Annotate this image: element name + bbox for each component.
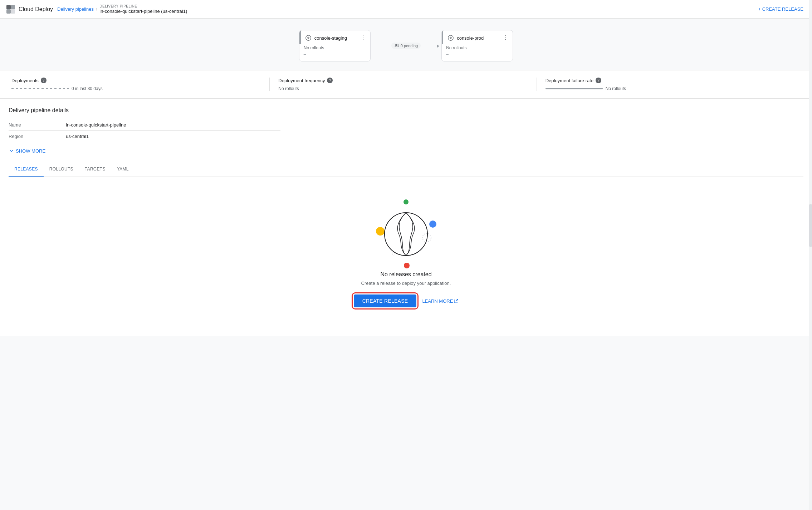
svg-point-14 [385,213,427,256]
breadcrumb-pipeline-name: in-console-quickstart-pipeline (us-centr… [99,9,187,15]
stage-body-staging: No rollouts – [299,44,370,61]
cloud-deploy-logo-icon [6,4,16,14]
pipeline-visualization-area: console-staging ⋮ No rollouts – [0,19,812,70]
deployments-help-icon[interactable]: ? [41,78,47,83]
svg-rect-1 [11,5,15,9]
stage-rollouts-prod: No rollouts [446,45,508,50]
details-section-title: Delivery pipeline details [9,107,803,114]
stage-card-console-staging: console-staging ⋮ No rollouts – [299,30,371,61]
breadcrumb: Delivery pipelines › DELIVERY PIPELINE i… [57,4,187,15]
stage-header-staging: console-staging ⋮ [299,30,370,44]
frequency-help-icon[interactable]: ? [327,78,333,83]
stat-frequency-label: Deployment frequency ? [278,78,528,83]
stat-deployments-label: Deployments ? [11,78,261,83]
stage-name-staging: console-staging [314,35,357,41]
stats-bar: Deployments ? 0 in last 30 days Deployme… [0,70,812,99]
show-more-button[interactable]: SHOW MORE [9,145,45,157]
stage-body-prod: No rollouts – [442,44,513,61]
tab-rollouts[interactable]: ROLLOUTS [44,162,79,177]
stat-failure-label: Deployment failure rate ? [546,78,795,83]
pending-count: 0 pending [401,44,418,48]
svg-point-7 [448,35,453,40]
svg-rect-0 [6,5,11,9]
tab-yaml[interactable]: YAML [111,162,134,177]
details-row-region: Region us-central1 [9,131,280,142]
stat-deployments-value: 0 in last 30 days [11,86,261,91]
failure-help-icon[interactable]: ? [596,78,601,83]
scrollbar-thumb[interactable] [809,204,812,247]
failure-bar-track [546,88,603,89]
pipeline-details-section: Delivery pipeline details Name in-consol… [9,107,803,157]
svg-rect-3 [11,9,15,14]
tabs-bar: RELEASES ROLLOUTS TARGETS YAML [9,162,803,177]
scrollbar-track[interactable] [809,0,812,336]
stage-icon-prod [447,35,454,41]
stage-dash-staging: – [304,52,366,57]
empty-state-title: No releases created [380,271,431,278]
app-name: Cloud Deploy [19,6,53,13]
breadcrumb-delivery-pipelines[interactable]: Delivery pipelines [57,6,94,12]
empty-state-actions: CREATE RELEASE LEARN MORE [354,294,459,307]
stat-frequency: Deployment frequency ? No rollouts [270,78,537,91]
failure-bar-fill [546,88,603,89]
stage-menu-staging[interactable]: ⋮ [360,35,366,41]
stage-menu-prod[interactable]: ⋮ [503,35,508,41]
pipeline-flow: console-staging ⋮ No rollouts – [14,30,798,61]
stat-failure-rate: Deployment failure rate ? No rollouts [537,78,803,91]
app-header: Cloud Deploy Delivery pipelines › DELIVE… [0,0,812,19]
details-value-name: in-console-quickstart-pipeline [66,119,280,131]
stage-card-console-prod: console-prod ⋮ No rollouts – [441,30,513,61]
create-release-header-button[interactable]: + CREATE RELEASE [755,4,806,14]
details-key-name: Name [9,119,66,131]
breadcrumb-type-label: DELIVERY PIPELINE [99,4,187,9]
tab-releases[interactable]: RELEASES [9,162,44,177]
svg-point-9 [429,221,436,228]
stage-header-prod: console-prod ⋮ [442,30,513,44]
svg-rect-2 [6,9,11,14]
details-table: Name in-console-quickstart-pipeline Regi… [9,119,280,142]
details-row-name: Name in-console-quickstart-pipeline [9,119,280,131]
stat-frequency-value: No rollouts [278,86,528,91]
breadcrumb-separator: › [96,6,97,12]
app-logo: Cloud Deploy [6,4,53,14]
svg-point-10 [376,227,385,236]
breadcrumb-current: DELIVERY PIPELINE in-console-quickstart-… [99,4,187,15]
empty-state-svg [374,198,438,270]
create-release-main-button[interactable]: CREATE RELEASE [354,294,417,307]
svg-point-13 [392,252,395,255]
chevron-down-icon [9,148,14,154]
pipeline-connector: 0 pending [371,43,441,49]
details-value-region: us-central1 [66,131,280,142]
pending-icon [394,43,399,48]
stage-dash-prod: – [446,52,508,57]
details-key-region: Region [9,131,66,142]
deployments-bar-dashed [11,88,69,89]
external-link-icon [454,299,458,303]
stage-name-prod: console-prod [457,35,500,41]
pending-badge: 0 pending [391,43,421,49]
learn-more-link[interactable]: LEARN MORE [422,298,458,304]
main-content: Delivery pipeline details Name in-consol… [0,99,812,177]
svg-point-8 [403,199,409,204]
svg-point-4 [306,35,311,40]
stage-icon-staging [305,35,312,41]
stage-rollouts-staging: No rollouts [304,45,366,50]
stat-deployments: Deployments ? 0 in last 30 days [9,78,270,91]
tab-targets[interactable]: TARGETS [79,162,111,177]
stat-failure-value: No rollouts [546,86,795,91]
releases-empty-state: No releases created Create a release to … [0,177,812,336]
empty-state-subtitle: Create a release to deploy your applicat… [361,281,451,286]
empty-illustration [374,198,438,263]
svg-point-11 [404,263,410,268]
